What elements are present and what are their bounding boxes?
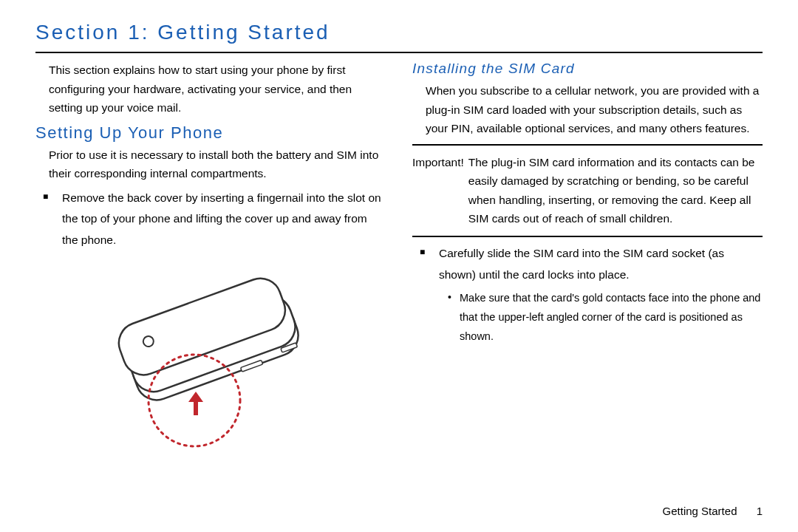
- setup-step-remove-cover: Remove the back cover by inserting a fin…: [62, 188, 386, 251]
- sim-intro-paragraph: When you subscribe to a cellular network…: [412, 81, 763, 138]
- important-body: The plug-in SIM card information and its…: [468, 153, 763, 228]
- sim-substep-gold-contacts: Make sure that the card's gold contacts …: [460, 288, 763, 346]
- heading-setting-up: Setting Up Your Phone: [35, 123, 386, 143]
- right-column: Installing the SIM Card When you subscri…: [412, 61, 763, 454]
- page-footer: Getting Started 1: [663, 505, 763, 517]
- sim-steps-list: Carefully slide the SIM card into the SI…: [412, 243, 763, 347]
- setup-steps-list: Remove the back cover by inserting a fin…: [35, 188, 386, 251]
- sim-step-slide-text: Carefully slide the SIM card into the SI…: [439, 247, 724, 281]
- left-column: This section explains how to start using…: [35, 61, 386, 454]
- important-bottom-rule: [412, 236, 763, 237]
- footer-section-label: Getting Started: [663, 505, 737, 517]
- intro-paragraph: This section explains how to start using…: [35, 61, 386, 117]
- phone-cover-figure: [35, 262, 386, 454]
- sim-substeps-list: Make sure that the card's gold contacts …: [439, 288, 763, 346]
- page-title: Section 1: Getting Started: [35, 21, 763, 49]
- important-top-rule: [412, 144, 763, 146]
- two-column-layout: This section explains how to start using…: [35, 61, 763, 454]
- important-label: Important!: [412, 153, 464, 228]
- phone-illustration: [85, 262, 336, 454]
- footer-page-number: 1: [757, 505, 763, 517]
- important-note: Important! The plug-in SIM card informat…: [412, 151, 763, 230]
- setup-paragraph: Prior to use it is necessary to install …: [35, 146, 386, 183]
- sim-step-slide: Carefully slide the SIM card into the SI…: [439, 243, 763, 347]
- title-rule: [35, 52, 763, 53]
- heading-install-sim: Installing the SIM Card: [412, 61, 763, 77]
- manual-page: Section 1: Getting Started This section …: [0, 0, 798, 532]
